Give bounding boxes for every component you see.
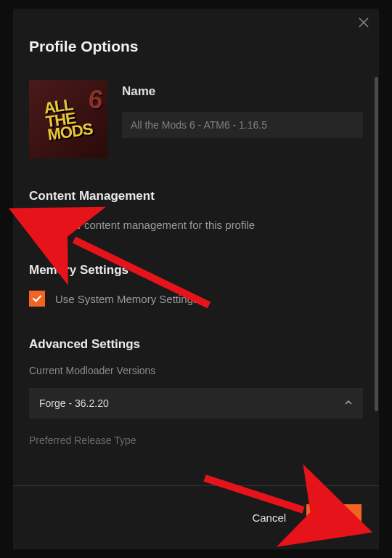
section-advanced-title: Advanced Settings: [29, 337, 363, 352]
name-label: Name: [122, 84, 363, 99]
section-content-management-title: Content Management: [29, 189, 363, 203]
modloader-dropdown[interactable]: Forge - 36.2.20: [29, 388, 363, 418]
check-icon: [32, 219, 42, 230]
profile-options-modal: Profile Options ALL THE MODS 6 Name Cont…: [13, 9, 379, 549]
modal-footer: Cancel Done: [13, 485, 379, 549]
profile-thumbnail: ALL THE MODS 6: [29, 80, 107, 158]
check-icon: [32, 294, 42, 304]
cancel-button[interactable]: Cancel: [248, 506, 290, 530]
allow-content-management-checkbox[interactable]: [29, 217, 45, 232]
modloader-value: Forge - 36.2.20: [39, 397, 109, 409]
use-system-memory-label: Use System Memory Settings: [55, 293, 199, 305]
section-memory-title: Memory Settings: [29, 263, 363, 278]
modloader-label: Current Modloader Versions: [29, 365, 363, 376]
release-type-label: Preferred Release Type: [29, 434, 363, 446]
use-system-memory-row: Use System Memory Settings: [29, 291, 363, 307]
use-system-memory-checkbox[interactable]: [29, 291, 45, 307]
allow-content-management-label: Allow content management for this profil…: [55, 219, 255, 231]
scroll-area: Profile Options ALL THE MODS 6 Name Cont…: [13, 9, 379, 485]
modal-title: Profile Options: [29, 38, 363, 55]
done-button[interactable]: Done: [306, 504, 362, 531]
profile-row: ALL THE MODS 6 Name: [29, 80, 363, 158]
profile-name-input[interactable]: [122, 112, 363, 138]
name-column: Name: [122, 80, 363, 158]
scrollbar[interactable]: [375, 77, 378, 411]
chevron-up-icon: [344, 397, 353, 410]
allow-content-management-row: Allow content management for this profil…: [29, 217, 363, 232]
